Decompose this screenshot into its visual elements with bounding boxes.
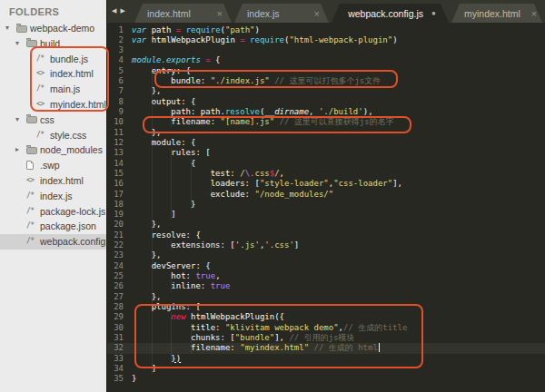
code-line[interactable]: 20 }, <box>107 220 545 230</box>
disclosure-expanded-icon[interactable]: ▾ <box>15 113 19 128</box>
code-line[interactable]: 13 rules: [ <box>107 148 545 158</box>
code-line[interactable]: 30 title: "klivitam webpack demo",// 生成的… <box>107 323 545 333</box>
code-line[interactable]: 19 ] <box>107 210 545 220</box>
file-label: package-lock.js <box>0 204 105 220</box>
code-line[interactable]: 16 loaders: ["style-loader","css-loader"… <box>107 179 545 189</box>
indent-guide <box>152 169 153 179</box>
code-line[interactable]: 11 }, <box>107 128 545 138</box>
code-line[interactable]: 1var path = require("path") <box>107 25 545 35</box>
indent-guide <box>152 107 153 117</box>
code-line[interactable]: 23 }, <box>107 250 545 260</box>
code-line[interactable]: 5 entry: { <box>107 66 545 76</box>
line-number: 31 <box>107 333 132 343</box>
code-line[interactable]: 15 test: /\.css$/, <box>107 169 545 179</box>
js-file-icon: /* <box>26 189 35 204</box>
code-line[interactable]: 10 filename: "[name].js" // 这里可以直接获得js的名… <box>107 117 545 127</box>
code-token: module.exports <box>132 55 201 64</box>
code-line[interactable]: 24 devServer: { <box>107 261 545 271</box>
line-number: 21 <box>107 230 132 240</box>
code-token: ] <box>294 240 299 250</box>
tab-webpack-config-js[interactable]: webpack.config.js● <box>332 4 449 23</box>
disclosure-expanded-icon[interactable]: ▾ <box>5 21 9 36</box>
code-token: exclude: <box>132 190 254 199</box>
code-token: }, <box>132 250 162 260</box>
sidebar-item-package-json[interactable]: /*package.json <box>0 219 106 234</box>
sidebar-item-webpack-demo[interactable]: ▾webpack-demo <box>0 21 106 36</box>
disclosure-expanded-icon[interactable]: ▾ <box>15 36 19 52</box>
code-line[interactable]: 34 ] <box>107 364 545 374</box>
code-line[interactable]: 25 hot: true, <box>107 271 545 281</box>
sidebar-item-webpack-config-js[interactable]: /*webpack.config.js <box>0 234 106 250</box>
line-text: }) <box>132 354 545 364</box>
sidebar-item-style-css[interactable]: /*style.css <box>0 128 106 143</box>
line-number: 9 <box>107 107 132 117</box>
code-line[interactable]: 29 new htmlWebpackPlugin({ <box>107 312 545 322</box>
close-icon[interactable]: × <box>520 8 537 19</box>
sidebar-item-css[interactable]: ▾css <box>0 113 106 128</box>
line-text: }, <box>132 250 545 260</box>
code-line[interactable]: 32 filename: "myindex.html" // 生成的 html <box>107 343 545 353</box>
code-token: { <box>132 159 195 168</box>
sidebar-item-index-html[interactable]: <>index.html <box>0 66 106 82</box>
code-line[interactable]: 33 }) <box>107 354 545 364</box>
code-line[interactable]: 22 extensions: ['.js','.css'] <box>107 240 545 250</box>
code-line[interactable]: 26 inline: true <box>107 281 545 291</box>
code-line[interactable]: 21 resolve: { <box>107 230 545 240</box>
code-line[interactable]: 4module.exports = { <box>107 55 545 65</box>
sidebar-item-bundle-js[interactable]: /*bundle.js <box>0 52 106 67</box>
code-line[interactable]: 18 } <box>107 200 545 210</box>
close-icon[interactable]: × <box>206 8 223 19</box>
code-line[interactable]: 3 <box>107 45 545 55</box>
file-tree: ▾webpack-demo▾build/*bundle.js<>index.ht… <box>0 21 106 250</box>
code-token: }, <box>132 220 162 229</box>
sidebar-item--swp[interactable]: .swp <box>0 158 106 173</box>
indent-guide <box>211 179 212 189</box>
indent-guide <box>171 190 172 200</box>
line-number: 17 <box>107 190 132 200</box>
indent-guide <box>211 169 212 179</box>
tab-index-js[interactable]: index.js× <box>234 4 329 23</box>
code-line[interactable]: 27 }, <box>107 292 545 302</box>
code-line[interactable]: 7 }, <box>107 86 545 96</box>
tab-scroll-left-icon[interactable]: ◀ <box>112 7 116 14</box>
line-number: 35 <box>107 374 132 384</box>
indent-guide <box>171 281 172 291</box>
code-line[interactable]: 14 { <box>107 159 545 169</box>
line-number: 32 <box>107 343 132 353</box>
code-line[interactable]: 8 output: { <box>107 97 545 107</box>
code-token: test: <box>132 169 240 178</box>
text-caret <box>379 343 381 352</box>
indent-guide <box>171 323 172 333</box>
line-text: test: /\.css$/, <box>132 169 545 179</box>
indent-guide <box>152 333 153 343</box>
tab-index-html[interactable]: index.html× <box>134 4 232 23</box>
sidebar-item-myindex-html[interactable]: <>myindex.html <box>0 97 106 113</box>
code-line[interactable]: 35} <box>107 374 545 384</box>
code-line[interactable]: 17 exclude: "/node_modules/" <box>107 190 545 200</box>
sidebar-item-package-lock-js[interactable]: /*package-lock.js <box>0 204 106 220</box>
indent-guide <box>152 230 153 240</box>
tab-myindex-html[interactable]: myindex.html× <box>451 4 542 23</box>
sidebar-item-build[interactable]: ▾build <box>0 36 106 52</box>
code-line[interactable]: 31 chunks: ["bundle"], // 引用的js模块 <box>107 333 545 343</box>
sidebar-item-index-html[interactable]: <>index.html <box>0 173 106 189</box>
line-text: }, <box>132 128 545 138</box>
line-number: 4 <box>107 55 132 65</box>
sidebar-item-index-js[interactable]: /*index.js <box>0 189 106 204</box>
sidebar-item-main-js[interactable]: /*main.js <box>0 82 106 97</box>
code-line[interactable]: 6 bundle: "./index.js" // 这里可以打包多个js文件 <box>107 76 545 86</box>
code-area[interactable]: 1var path = require("path")2var htmlWebp… <box>107 23 545 384</box>
close-icon[interactable]: × <box>303 8 320 19</box>
disclosure-collapsed-icon[interactable]: ▸ <box>15 142 19 158</box>
line-text: filename: "myindex.html" // 生成的 html <box>132 343 545 353</box>
indent-guide <box>152 281 153 291</box>
line-number: 7 <box>107 86 132 96</box>
code-line[interactable]: 12 module: { <box>107 138 545 148</box>
code-token: path <box>146 25 176 34</box>
html-file-icon: <> <box>26 173 35 189</box>
code-line[interactable]: 2var htmlWebpackPlugin = require("html-w… <box>107 35 545 45</box>
code-line[interactable]: 28 plugins: [ <box>107 302 545 312</box>
sidebar-item-node-modules[interactable]: ▸node_modules <box>0 142 106 158</box>
code-line[interactable]: 9 path: path.resolve(__dirname, './build… <box>107 107 545 117</box>
tab-scroll-right-icon[interactable]: ▶ <box>120 7 124 14</box>
